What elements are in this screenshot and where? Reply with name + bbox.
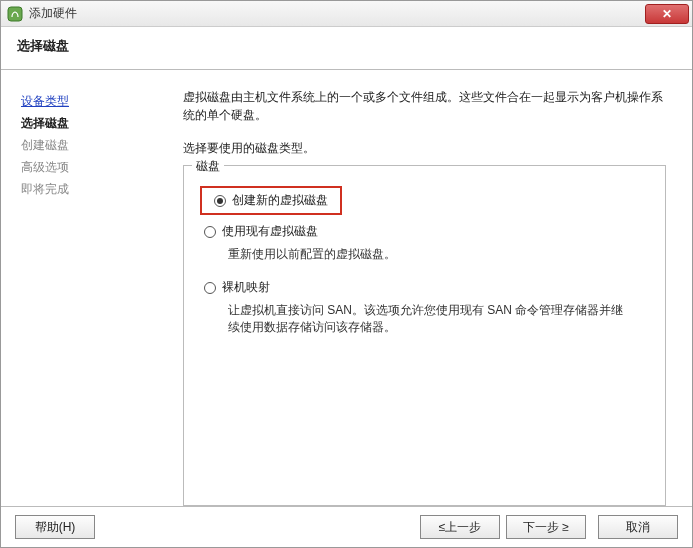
sidebar-step-device-type[interactable]: 设备类型 [21,90,169,112]
radio-description: 让虚拟机直接访问 SAN。该选项允许您使用现有 SAN 命令管理存储器并继续使用… [228,302,628,336]
body: 设备类型 选择磁盘 创建磁盘 高级选项 即将完成 虚拟磁盘由主机文件系统上的一个… [1,70,692,506]
help-button[interactable]: 帮助(H) [15,515,95,539]
dialog-window: 添加硬件 ✕ 选择磁盘 设备类型 选择磁盘 创建磁盘 高级选项 即将完成 虚拟磁… [0,0,693,548]
app-icon [7,6,23,22]
group-legend: 磁盘 [192,158,224,175]
close-icon: ✕ [662,7,672,21]
content-pane: 虚拟磁盘由主机文件系统上的一个或多个文件组成。这些文件合在一起显示为客户机操作系… [175,84,678,506]
disk-group: 磁盘 创建新的虚拟磁盘 使用现有虚拟磁盘 重新使用以前配置的虚拟磁盘。 [183,165,666,506]
radio-option-raw-mapping[interactable]: 裸机映射 让虚拟机直接访问 SAN。该选项允许您使用现有 SAN 命令管理存储器… [200,277,655,336]
description-text: 虚拟磁盘由主机文件系统上的一个或多个文件组成。这些文件合在一起显示为客户机操作系… [183,88,666,124]
window-title: 添加硬件 [29,5,645,22]
back-button[interactable]: ≤上一步 [420,515,500,539]
sidebar-step-create-disk: 创建磁盘 [21,134,169,156]
radio-description: 重新使用以前配置的虚拟磁盘。 [228,246,628,263]
sidebar-step-advanced: 高级选项 [21,156,169,178]
cancel-button[interactable]: 取消 [598,515,678,539]
next-button[interactable]: 下一步 ≥ [506,515,586,539]
radio-option-create-new[interactable]: 创建新的虚拟磁盘 [200,186,655,215]
sidebar-step-ready: 即将完成 [21,178,169,200]
sidebar-step-select-disk: 选择磁盘 [21,112,169,134]
radio-icon [204,226,216,238]
radio-label: 创建新的虚拟磁盘 [232,192,328,209]
radio-icon [214,195,226,207]
prompt-text: 选择要使用的磁盘类型。 [183,140,666,157]
radio-icon [204,282,216,294]
radio-label: 裸机映射 [222,279,270,296]
titlebar: 添加硬件 ✕ [1,1,692,27]
wizard-sidebar: 设备类型 选择磁盘 创建磁盘 高级选项 即将完成 [15,84,175,506]
radio-option-use-existing[interactable]: 使用现有虚拟磁盘 重新使用以前配置的虚拟磁盘。 [200,221,655,263]
footer: 帮助(H) ≤上一步 下一步 ≥ 取消 [1,506,692,547]
radio-label: 使用现有虚拟磁盘 [222,223,318,240]
page-title: 选择磁盘 [17,37,676,55]
header: 选择磁盘 [1,27,692,70]
close-button[interactable]: ✕ [645,4,689,24]
svg-rect-0 [8,7,22,21]
